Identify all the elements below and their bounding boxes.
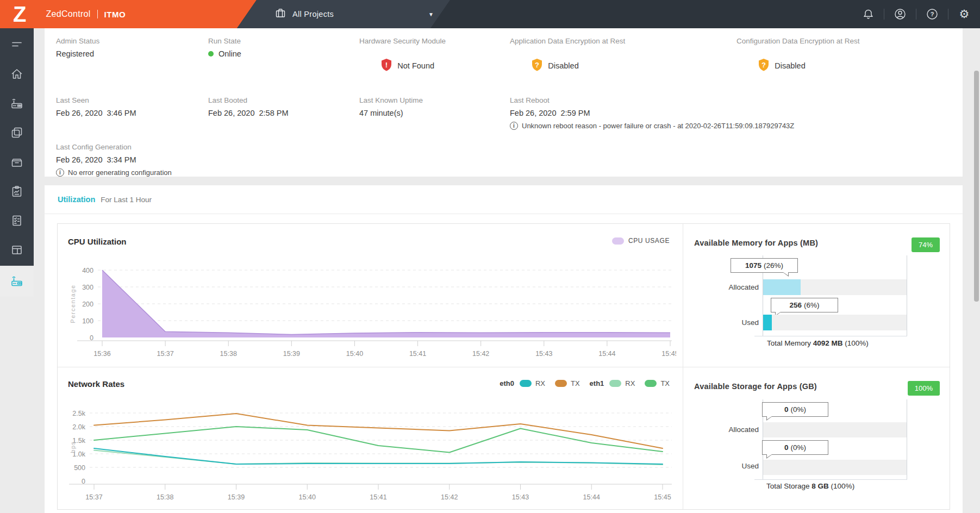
sidebar-item-dashboard[interactable] <box>0 236 34 266</box>
field-value: Feb 26, 2020 2:58 PM <box>208 109 359 117</box>
field-value: ? Disabled <box>736 49 963 82</box>
memory-allocated-track <box>763 279 907 295</box>
svg-text:15:36: 15:36 <box>93 350 110 358</box>
eth0-tx-legend-swatch <box>555 380 567 387</box>
svg-text:15:39: 15:39 <box>228 493 245 501</box>
storage-allocated-tooltip: 0(0%) <box>762 402 828 417</box>
field-hardware-security-module: Hardware Security Module ! Not Found <box>359 37 510 82</box>
caret-down-icon: ▼ <box>428 11 434 17</box>
field-value: 47 minute(s) <box>359 109 510 117</box>
memory-allocated-label: Allocated <box>694 283 759 291</box>
axis-line <box>754 479 907 480</box>
clipboard-chart-icon <box>10 184 24 201</box>
topbar-separator <box>916 9 916 20</box>
utilization-grid: CPU Utilization CPU USAGE 01002003004001… <box>57 223 950 510</box>
eth1-legend-name: eth1 <box>590 379 604 387</box>
svg-text:400: 400 <box>82 267 93 274</box>
notifications-bell-icon[interactable] <box>862 8 874 20</box>
svg-text:15:43: 15:43 <box>535 350 552 358</box>
field-value: ! Not Found <box>359 49 510 82</box>
edge-node-icon <box>10 96 24 112</box>
field-value: ? Disabled <box>510 49 736 82</box>
briefcase-icon <box>275 8 286 21</box>
storage-used-label: Used <box>694 462 759 470</box>
field-last-seen: Last Seen Feb 26, 2020 3:46 PM <box>56 96 208 130</box>
field-label: Admin Status <box>56 37 208 45</box>
field-label: Last Booted <box>208 96 359 104</box>
storage-used-tooltip: 0(0%) <box>762 440 828 455</box>
field-value: Online <box>208 49 359 58</box>
org-name: ITMO <box>104 10 126 19</box>
axis-line <box>907 255 907 336</box>
sidebar-item-home[interactable] <box>0 60 34 90</box>
projects-icon <box>10 126 24 142</box>
user-account-icon[interactable] <box>894 8 906 20</box>
storage-panel-title: Available Storage for Apps (GB) <box>694 382 817 391</box>
svg-text:15:41: 15:41 <box>409 350 426 358</box>
svg-text:15:45: 15:45 <box>654 493 671 501</box>
sidebar-item-menu[interactable] <box>0 31 34 60</box>
svg-text:?: ? <box>931 11 934 17</box>
memory-panel: Available Memory for Apps (MB) 74% 1075(… <box>683 224 950 367</box>
sidebar-item-reports[interactable] <box>0 178 34 207</box>
field-label: Last Config Generation <box>56 143 963 151</box>
svg-text:15:44: 15:44 <box>598 350 615 358</box>
field-value: Feb 26, 2020 3:34 PM <box>56 155 963 164</box>
storage-bar-chart: 0(0%) Allocated 0(0%) Used Total Storage… <box>694 399 940 506</box>
svg-text:15:42: 15:42 <box>441 493 458 501</box>
scrollbar-thumb[interactable] <box>974 71 979 302</box>
svg-text:15:37: 15:37 <box>85 493 102 501</box>
field-config-data-encryption: Configuration Data Encryption at Rest ? … <box>736 37 963 82</box>
sidebar-item-edge-node-active[interactable] <box>0 267 34 297</box>
drawer-icon <box>10 155 24 171</box>
memory-used-fill <box>763 315 772 330</box>
field-label: Application Data Encryption at Rest <box>510 37 736 45</box>
field-value: Feb 26, 2020 3:46 PM <box>56 109 208 117</box>
field-label: Last Reboot <box>510 96 736 104</box>
settings-gear-icon[interactable]: ⚙ <box>958 8 970 20</box>
field-label: Last Seen <box>56 96 208 104</box>
topbar-actions: ? ⚙ <box>862 0 980 28</box>
svg-text:500: 500 <box>74 464 85 472</box>
network-rates-panel: Network Rates eth0 RX TX eth1 RX TX <box>58 367 683 509</box>
storage-allocated-track <box>763 422 907 437</box>
svg-text:200: 200 <box>82 301 93 308</box>
checklist-icon <box>10 214 24 230</box>
field-label: Hardware Security Module <box>359 37 510 45</box>
svg-text:15:45: 15:45 <box>661 350 676 358</box>
svg-text:?: ? <box>535 61 539 69</box>
project-selector-label: All Projects <box>292 10 334 18</box>
utilization-card: Utilization For Last 1 Hour CPU Utilizat… <box>45 185 963 513</box>
storage-panel: Available Storage for Apps (GB) 100% 0(0… <box>683 367 950 509</box>
logo: Z <box>13 1 26 27</box>
cpu-utilization-chart: 010020030040015:3615:3715:3815:3915:4015… <box>67 255 676 359</box>
svg-text:0: 0 <box>90 334 93 342</box>
network-rates-chart: 05001.0k1.5k2.0k2.5k15:3715:3815:3915:40… <box>67 403 676 506</box>
sidebar-item-policies[interactable] <box>0 207 34 236</box>
eth1-tx-legend-label: TX <box>660 379 670 387</box>
cpu-chart-title: CPU Utilization <box>68 237 127 246</box>
svg-text:15:38: 15:38 <box>157 493 173 501</box>
sidebar-item-inventory[interactable] <box>0 148 34 178</box>
topbar-separator <box>948 9 948 20</box>
project-selector[interactable]: All Projects ▼ <box>237 0 450 28</box>
sidebar-item-projects[interactable] <box>0 119 34 148</box>
field-label: Last Known Uptime <box>359 96 510 104</box>
svg-text:0: 0 <box>82 478 85 485</box>
topbar: Z ZedControl ITMO All Projects ▼ <box>0 0 980 28</box>
layout-icon <box>10 243 24 259</box>
svg-text:15:40: 15:40 <box>346 350 363 358</box>
memory-used-track <box>763 315 907 330</box>
svg-text:2.5k: 2.5k <box>72 410 85 417</box>
field-admin-status: Admin Status Registered <box>56 37 208 82</box>
svg-text:300: 300 <box>82 284 93 291</box>
node-status-card: Admin Status Registered Run State Online… <box>45 28 963 177</box>
svg-text:15:39: 15:39 <box>283 350 300 358</box>
sidebar <box>0 28 34 266</box>
sidebar-item-edge-nodes[interactable] <box>0 90 34 119</box>
help-icon[interactable]: ? <box>926 8 938 20</box>
eth0-rx-legend-swatch <box>520 380 532 387</box>
storage-used-track <box>763 460 907 475</box>
svg-text:15:44: 15:44 <box>583 493 600 501</box>
topbar-separator <box>884 9 884 20</box>
